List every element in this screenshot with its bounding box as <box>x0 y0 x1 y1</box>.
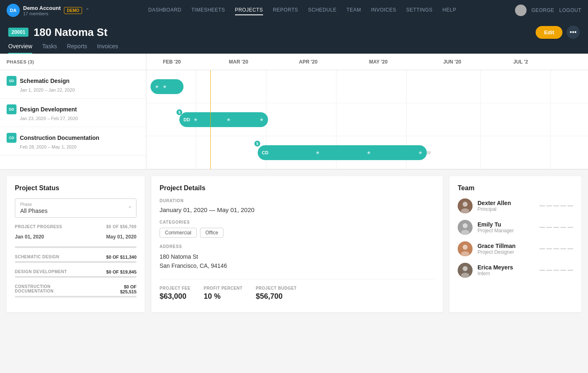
team-avatar-erica <box>458 263 473 278</box>
phase-select-value: All Phases <box>20 208 131 214</box>
more-button[interactable]: ••• <box>567 26 580 39</box>
profit-value: 10 % <box>204 292 242 301</box>
svg-point-10 <box>463 266 468 271</box>
bottom-sections: Project Status Phase All Phases ⌃ PROJEC… <box>0 170 588 319</box>
gantt-star-1: ★ <box>155 84 159 90</box>
team-member-grace-role: Project Designer <box>477 249 534 255</box>
phase-sd-name: Schematic Design <box>20 78 70 84</box>
phase-selector[interactable]: Phase All Phases ⌃ <box>15 198 136 218</box>
nav-projects[interactable]: PROJECTS <box>235 5 263 15</box>
gantt-right: FEB '20 MAR '20 APR '20 MAY '20 JUN '20 … <box>146 54 588 169</box>
nav-invoices[interactable]: INVOICES <box>371 5 396 15</box>
project-title-left: 20001 180 Natoma St <box>8 26 108 39</box>
team-member-emily-name: Emily Tu <box>477 221 534 228</box>
fee-label: PROJECT FEE <box>160 286 191 290</box>
tab-overview[interactable]: Overview <box>8 43 32 54</box>
project-details-card: Project Details DURATION January 01, 202… <box>151 176 443 312</box>
fee-row: PROJECT FEE $63,000 PROFIT PERCENT 10 % … <box>160 279 435 301</box>
end-date: May 01, 2020 <box>106 234 136 240</box>
nav-right: GEORGE LOGOUT <box>515 5 581 16</box>
dot-2 <box>546 205 552 206</box>
gantt-bar-cd-label: CD <box>262 150 268 155</box>
phase-schematic-title: SD Schematic Design <box>7 76 139 86</box>
team-avatar-emily <box>458 220 473 235</box>
gantt-left: PHASES (3) SD Schematic Design Jan 1, 20… <box>0 54 146 169</box>
tab-tasks[interactable]: Tasks <box>42 43 57 54</box>
month-feb: FEB '20 <box>163 59 181 65</box>
dot-4 <box>560 205 566 206</box>
phase-dd-progress-label: DESIGN DEVELOPMENT <box>15 269 67 274</box>
team-member-erica: Erica Meyers Intern <box>458 263 573 278</box>
gantt-star-dd-3: ★ <box>259 117 264 123</box>
nav-help[interactable]: HELP <box>442 5 456 15</box>
phase-progress-cd-row: CONSTRUCTIONDOCUMENTATION $0 OF$25,515 <box>15 284 136 294</box>
phase-cd-name: Construction Documentation <box>20 135 99 141</box>
project-status-card: Project Status Phase All Phases ⌃ PROJEC… <box>7 176 145 312</box>
logout-button[interactable]: LOGOUT <box>559 7 581 13</box>
gantt-bar-cd[interactable]: CD ★ ★ ★ <box>258 145 427 160</box>
phase-progress-dd: DESIGN DEVELOPMENT $0 OF $19,845 <box>15 269 136 278</box>
gantt-dollar-dd: $ <box>176 109 183 116</box>
team-member-erica-role: Intern <box>477 271 534 276</box>
avatar-grace-icon <box>458 241 473 256</box>
progress-header: PROJECT PROGRESS $0 OF $56,700 <box>15 224 136 232</box>
duration-label: DURATION <box>160 198 435 203</box>
team-member-emily-info: Emily Tu Project Manager <box>477 221 534 234</box>
svg-point-8 <box>461 251 469 256</box>
gantt-row-cd: $ CD ★ ★ ★ <box>146 136 588 169</box>
tab-invoices[interactable]: Invoices <box>97 43 118 54</box>
avatar-emily-icon <box>458 220 473 235</box>
team-member-dexter-role: Principal <box>477 206 534 212</box>
phase-dd-title: DD Design Development <box>7 104 139 114</box>
nav-schedule[interactable]: SCHEDULE <box>308 5 336 15</box>
project-status-title: Project Status <box>15 184 136 192</box>
svg-point-4 <box>463 223 468 228</box>
team-member-grace-name: Grace Tillman <box>477 243 534 249</box>
team-member-erica-info: Erica Meyers Intern <box>477 264 534 276</box>
gantt-dollar-cd: $ <box>254 140 261 147</box>
team-member-erica-dots <box>539 270 573 271</box>
fee-item-budget: PROJECT BUDGET $56,700 <box>256 286 296 301</box>
project-id-badge: 20001 <box>8 28 28 37</box>
dot-1 <box>539 205 545 206</box>
phase-sd-badge: SD <box>7 76 16 86</box>
nav-team[interactable]: TEAM <box>346 5 361 15</box>
budget-value: $56,700 <box>256 292 296 301</box>
nav-reports[interactable]: REPORTS <box>273 5 298 15</box>
nav-timesheets[interactable]: TIMESHEETS <box>191 5 225 15</box>
gantt-bar-dd[interactable]: DD ★ ★ ★ <box>179 112 268 127</box>
project-name: 180 Natoma St <box>33 26 107 39</box>
month-may: MAY '20 <box>369 59 388 65</box>
nav-dashboard[interactable]: DASHBOARD <box>148 5 181 15</box>
nav-settings[interactable]: SETTINGS <box>406 5 433 15</box>
team-card: Team Dexter Allen Principal <box>449 176 581 312</box>
gantt-body: ★ ★ $ DD ★ ★ ★ $ <box>146 70 588 169</box>
phase-schematic: SD Schematic Design Jan 1, 2020 – Jan 22… <box>0 70 146 99</box>
team-member-emily-dots <box>539 227 573 228</box>
today-line <box>210 70 211 169</box>
nav-brand: DA Demo Account 17 members DEMO ⌃ <box>7 4 89 17</box>
user-avatar <box>515 5 527 16</box>
demo-badge: DEMO <box>64 7 82 14</box>
edit-button[interactable]: Edit <box>536 26 562 39</box>
gantt-star-2: ★ <box>162 84 167 90</box>
phase-cd-badge: CD <box>7 133 16 143</box>
phase-select-arrow-icon: ⌃ <box>128 205 132 211</box>
team-avatar-dexter <box>458 198 473 213</box>
svg-point-5 <box>461 230 469 235</box>
gantt-row-sd: ★ ★ <box>146 70 588 103</box>
project-header: 20001 180 Natoma St Edit ••• Overview Ta… <box>0 21 588 54</box>
company-name: Demo Account <box>23 5 61 11</box>
phase-dd-dates: Jan 23, 2020 – Feb 27, 2020 <box>20 116 139 121</box>
svg-point-1 <box>463 202 468 207</box>
avatar-erica-icon <box>458 263 473 278</box>
avatar-dexter-icon <box>458 198 473 213</box>
gantt-bar-sd[interactable]: ★ ★ <box>151 79 183 94</box>
tab-reports[interactable]: Reports <box>67 43 87 54</box>
nav-arrow-icon[interactable]: ⌃ <box>85 7 89 13</box>
categories-label: CATEGORIES <box>160 220 435 224</box>
team-member-dexter-name: Dexter Allen <box>477 200 534 206</box>
progress-amount: $0 OF $56,700 <box>106 224 136 229</box>
nav-avatar: DA <box>7 4 20 17</box>
top-nav: DA Demo Account 17 members DEMO ⌃ DASHBO… <box>0 0 588 21</box>
